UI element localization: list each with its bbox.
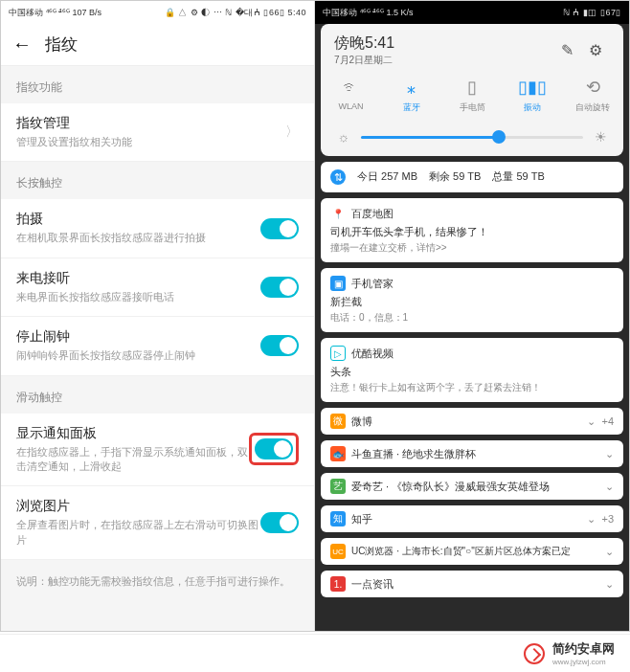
quick-settings: ᯤWLAN⁎蓝牙▯手电筒▯▮▯振动⟲自动旋转 <box>321 69 623 123</box>
chevron-down-icon: ⌄ <box>605 578 614 591</box>
guard-icon: ▣ <box>330 276 346 291</box>
back-icon[interactable]: ← <box>12 34 32 56</box>
section-header: 滑动触控 <box>1 376 314 414</box>
statusbar-right: 中国移动 ⁴⁶ᴳ ⁴⁶ᴳ 1.5 K/s ℕ ⵄ ▮◫ ▯67▯ <box>315 1 629 24</box>
chevron-down-icon: ⌄ <box>605 448 614 460</box>
card-data-usage[interactable]: ⇅ 今日 257 MB 剩余 59 TB 总量 59 TB <box>321 162 623 192</box>
panel-time: 傍晚5:41 <box>334 34 552 54</box>
zhihu-icon: 知 <box>330 511 346 526</box>
brightness-slider[interactable]: ☼ ☀ <box>321 123 623 156</box>
card-douyu[interactable]: 🐟斗鱼直播 · 绝地求生微胖杯⌄ <box>321 440 623 467</box>
card-youku[interactable]: ▷优酷视频 头条 注意！银行卡上如有这两个字，丢了赶紧去注销！ <box>321 338 623 402</box>
qs-icon: ▯ <box>441 77 502 98</box>
chevron-down-icon: ⌄ <box>587 415 596 428</box>
yidian-icon: 1. <box>330 576 346 592</box>
qs-自动旋转[interactable]: ⟲自动旋转 <box>563 77 623 114</box>
brightness-high-icon: ☀ <box>591 129 610 145</box>
qs-WLAN[interactable]: ᯤWLAN <box>321 77 381 114</box>
note-text: 说明：触控功能无需校验指纹信息，任意手指可进行操作。 <box>1 560 314 603</box>
qs-蓝牙[interactable]: ⁎蓝牙 <box>381 77 441 114</box>
row-manage[interactable]: 指纹管理 管理及设置指纹相关功能 〉 <box>1 103 314 162</box>
toggle-alarm[interactable] <box>260 335 299 356</box>
weibo-icon: 微 <box>330 414 346 429</box>
iqiyi-icon: 艺 <box>330 479 346 494</box>
uc-icon: UC <box>330 544 346 559</box>
qs-手电筒[interactable]: ▯手电筒 <box>441 77 502 114</box>
section-header: 长按触控 <box>1 162 314 199</box>
card-uc[interactable]: UCUC浏览器 · 上海市长:自贸"○"区新片区总体方案已定⌄ <box>321 538 623 565</box>
row-call[interactable]: 来电接听来电界面长按指纹感应器接听电话 <box>1 258 314 317</box>
card-weibo[interactable]: 微微博⌄+4 <box>321 408 623 435</box>
row-alarm[interactable]: 停止闹钟闹钟响铃界面长按指纹感应器停止闹钟 <box>1 317 314 375</box>
toggle-photo[interactable] <box>260 512 299 533</box>
qs-icon: ⟲ <box>563 77 623 98</box>
toggle-call[interactable] <box>260 277 299 298</box>
card-baidu[interactable]: 📍百度地图 司机开车低头拿手机，结果惨了！ 撞塌一在建立交桥，详情>> <box>321 198 623 262</box>
qs-振动[interactable]: ▯▮▯振动 <box>503 77 563 114</box>
youku-icon: ▷ <box>330 346 346 361</box>
chevron-down-icon: ⌄ <box>605 481 614 493</box>
chevron-down-icon: ⌄ <box>605 546 614 558</box>
row-panel[interactable]: 显示通知面板在指纹感应器上，手指下滑显示系统通知面板，双击清空通知，上滑收起 <box>1 414 314 487</box>
brightness-low-icon: ☼ <box>334 129 353 145</box>
brand-url: www.jylzwj.com <box>552 658 615 666</box>
qs-icon: ▯▮▯ <box>503 77 563 98</box>
qs-icon: ⁎ <box>381 77 441 98</box>
logo-icon <box>524 643 545 664</box>
toggle-panel[interactable] <box>255 438 293 459</box>
card-zhihu[interactable]: 知知乎⌄+3 <box>321 505 623 532</box>
panel-date: 7月2日星期二 <box>334 54 552 67</box>
brand-name: 简约安卓网 <box>552 640 615 658</box>
card-guard[interactable]: ▣手机管家 新拦截 电话：0，信息：1 <box>321 268 623 332</box>
toggle-shoot[interactable] <box>260 218 299 239</box>
chevron-right-icon: 〉 <box>285 123 299 141</box>
gear-icon[interactable]: ⚙ <box>581 41 610 59</box>
data-icon: ⇅ <box>330 169 346 185</box>
douyu-icon: 🐟 <box>330 446 346 461</box>
chevron-down-icon: ⌄ <box>587 513 596 526</box>
section-header: 指纹功能 <box>1 66 314 103</box>
statusbar-left: 中国移动 ⁴⁶ᴳ ⁴⁶ᴳ 107 B/s 🔒 △ ⚙ ◐ ⋯ ℕ �대ⵄ ▯66… <box>1 1 314 24</box>
row-photo[interactable]: 浏览图片全屏查看图片时，在指纹感应器上左右滑动可切换图片 <box>1 486 314 560</box>
baidu-icon: 📍 <box>330 206 346 221</box>
page-title: 指纹 <box>45 34 78 56</box>
card-iqiyi[interactable]: 艺爱奇艺 · 《惊奇队长》漫威最强女英雄登场⌄ <box>321 473 623 500</box>
qs-icon: ᯤ <box>321 77 381 98</box>
row-shoot[interactable]: 拍摄在相机取景界面长按指纹感应器进行拍摄 <box>1 199 314 258</box>
card-yidian[interactable]: 1.一点资讯⌄ <box>321 571 623 597</box>
edit-icon[interactable]: ✎ <box>552 41 581 59</box>
footer: 简约安卓网 www.jylzwj.com <box>0 634 630 672</box>
